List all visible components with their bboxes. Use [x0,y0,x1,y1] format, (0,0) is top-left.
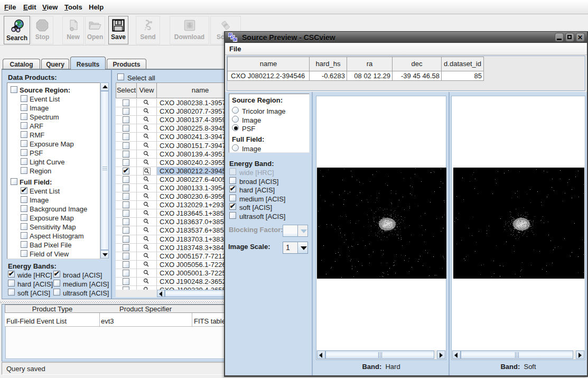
svg-text:C: C [234,38,237,42]
